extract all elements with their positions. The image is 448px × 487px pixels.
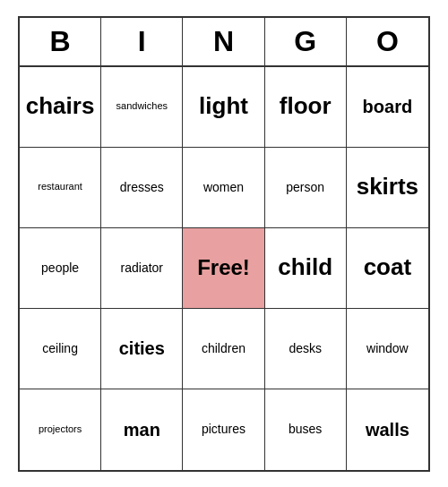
cell-text: cities — [119, 337, 165, 359]
cell-r1-c4: skirts — [347, 148, 428, 228]
cell-text: children — [202, 341, 246, 356]
cell-r3-c0: ceiling — [20, 309, 101, 389]
cell-text: women — [203, 180, 244, 195]
cell-r0-c4: board — [347, 67, 428, 148]
cell-r1-c2: women — [183, 148, 264, 228]
header-letter: G — [265, 18, 347, 65]
cell-text: dresses — [120, 180, 164, 195]
cell-text: chairs — [26, 92, 95, 120]
cell-r1-c0: restaurant — [20, 148, 101, 228]
cell-text: light — [199, 92, 248, 120]
cell-text: board — [363, 96, 413, 117]
cell-text: person — [286, 180, 324, 195]
cell-r3-c2: children — [183, 309, 264, 389]
cell-r0-c3: floor — [265, 67, 347, 148]
cell-text: buses — [289, 422, 322, 437]
cell-r2-c3: child — [265, 228, 347, 309]
cell-text: projectors — [39, 423, 82, 435]
cell-text: skirts — [357, 173, 418, 201]
cell-text: sandwiches — [116, 100, 168, 112]
cell-text: restaurant — [38, 181, 82, 192]
cell-text: Free! — [197, 255, 250, 281]
cell-r1-c3: person — [265, 148, 347, 228]
cell-text: ceiling — [42, 341, 78, 356]
cell-text: coat — [364, 253, 411, 281]
cell-r3-c4: window — [347, 309, 428, 389]
cell-text: floor — [280, 92, 332, 120]
bingo-grid: chairssandwicheslightfloorboardrestauran… — [20, 67, 428, 470]
cell-r4-c3: buses — [265, 389, 347, 470]
header-letter: I — [101, 18, 183, 65]
header-letter: B — [20, 18, 101, 65]
cell-r2-c4: coat — [347, 228, 428, 309]
cell-text: child — [278, 253, 332, 281]
cell-r1-c1: dresses — [101, 148, 183, 228]
cell-r2-c1: radiator — [101, 228, 183, 309]
header-letter: N — [183, 18, 264, 65]
cell-text: walls — [366, 419, 409, 440]
cell-text: radiator — [121, 261, 163, 276]
cell-r4-c1: man — [101, 389, 183, 470]
cell-r0-c1: sandwiches — [101, 67, 183, 148]
cell-r4-c2: pictures — [183, 389, 264, 470]
cell-text: desks — [289, 341, 322, 356]
cell-r0-c2: light — [183, 67, 264, 148]
cell-text: pictures — [202, 422, 246, 437]
bingo-header: BINGO — [20, 18, 428, 67]
cell-r2-c2: Free! — [183, 228, 264, 309]
cell-r2-c0: people — [20, 228, 101, 309]
cell-r4-c0: projectors — [20, 389, 101, 470]
bingo-card: BINGO chairssandwicheslightfloorboardres… — [18, 16, 430, 472]
cell-r3-c1: cities — [101, 309, 183, 389]
cell-text: window — [366, 341, 409, 356]
cell-r0-c0: chairs — [20, 67, 101, 148]
cell-text: people — [41, 261, 79, 276]
cell-r4-c4: walls — [347, 389, 428, 470]
cell-r3-c3: desks — [265, 309, 347, 389]
cell-text: man — [124, 419, 160, 440]
header-letter: O — [347, 18, 428, 65]
